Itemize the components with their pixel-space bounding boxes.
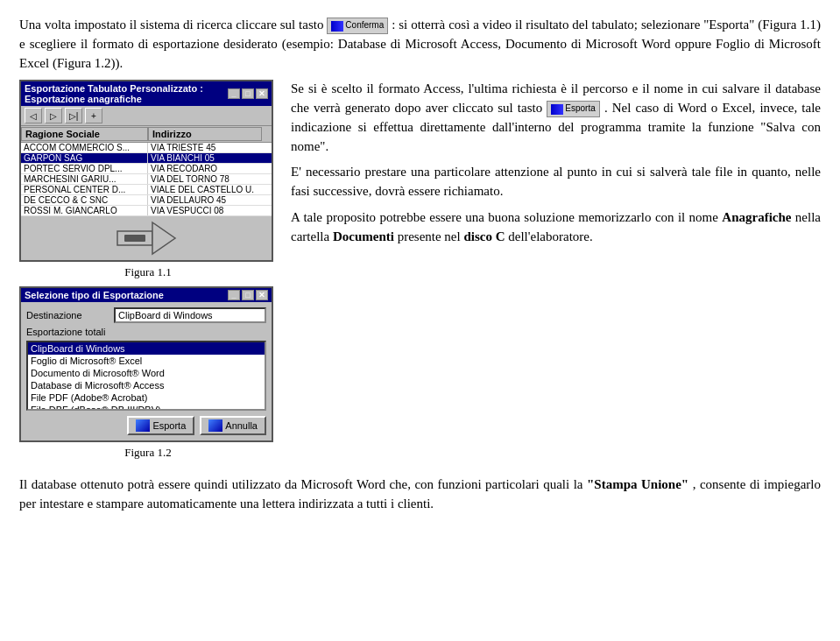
maximize-btn-2[interactable]: □ [242,290,254,300]
annulla-button[interactable]: Annulla [200,416,266,435]
figura-1-2-title: Selezione tipo di Esportazione [25,290,164,300]
cell-ragione-1: ACCOM COMMERCIO S... [21,143,148,152]
right-paragraph-2: E' necessario prestare una particolare a… [291,163,821,201]
minimize-btn-2[interactable]: _ [228,290,240,300]
figura-1-2-label: Figura 1.2 [19,446,277,460]
confirma-button-image: Conferma [327,18,388,34]
list-item[interactable]: Foglio di Microsoft® Excel [28,355,265,367]
table-row: MARCHESINI GARIU... VIA DEL TORNO 78 [21,174,272,185]
right-p3-text: A tale proposito potrebbe essere una buo… [291,210,718,224]
right-p3-text-e: presente nel [398,229,464,243]
table-row: DE CECCO & C SNC VIA DELLAURO 45 [21,195,272,206]
table-row: GARPON SAG VIA BIANCHI 05 [21,153,272,164]
list-item[interactable]: Database di Microsoft® Access [28,379,265,391]
annulla-icon [208,419,222,432]
intro-paragraph: Una volta impostato il sistema di ricerc… [19,16,821,73]
titlebar-controls: _ □ ✕ [228,88,268,99]
right-p2-text: E' necessario prestare una particolare a… [291,165,821,198]
close-btn[interactable]: ✕ [256,88,268,99]
cell-indirizzo-3: VIA RECODARO [148,164,262,173]
table-row: PORTEC SERVIO DPL... VIA RECODARO [21,164,272,174]
dest-label: Destinazione [26,310,114,320]
intro-text-before: Una volta impostato il sistema di ricerc… [19,18,323,32]
col2-header: Indirizzo [148,127,262,141]
exp-row: Esportazione totali [26,327,266,337]
figura-1-1-table: ACCOM COMMERCIO S... VIA TRIESTE 45 GARP… [21,143,272,216]
bottom-text-paragraph: Il database ottenuto potrà essere quindi… [19,475,821,514]
toolbar-btn-3[interactable]: ▷| [65,108,82,123]
confirma-icon [331,21,343,32]
esporta-btn-icon [551,104,563,115]
esporta-label: Esporta [152,420,186,431]
close-btn-2[interactable]: ✕ [256,290,268,300]
list-item[interactable]: Documento di Microsoft® Word [28,367,265,379]
esporta-button[interactable]: Esporta [127,416,194,435]
figura-1-2-body: Destinazione ClipBoard di Windows Esport… [21,302,272,440]
stampa-unione-close: " [681,477,688,491]
maximize-btn[interactable]: □ [242,88,254,99]
right-paragraph-3: A tale proposito potrebbe essere una buo… [291,208,821,247]
main-content: Esportazione Tabulato Personalizzato : E… [19,80,821,467]
dialog-buttons: Esporta Annulla [26,416,266,435]
bottom-paragraph: Il database ottenuto potrà essere quindi… [19,475,821,514]
cell-ragione-7: ROSSI M. GIANCARLO [21,206,148,215]
titlebar-controls-2: _ □ ✕ [228,290,268,300]
figura-1-1-container: Esportazione Tabulato Personalizzato : E… [19,80,277,279]
anagrafiche-label: Anagrafiche [722,210,791,224]
cell-indirizzo-4: VIA DEL TORNO 78 [148,174,262,184]
esporta-btn-label: Esporta [565,102,595,116]
right-column: Se si è scelto il formato Access, l'ulti… [291,80,821,467]
disco-c-label: disco C [463,229,505,243]
exp-label: Esportazione totali [26,327,114,337]
dest-dropdown[interactable]: ClipBoard di Windows [114,307,266,323]
documenti-label: Documenti [333,229,394,243]
left-column: Esportazione Tabulato Personalizzato : E… [19,80,291,467]
toolbar-btn-1[interactable]: ◁ [25,108,42,123]
cell-ragione-4: MARCHESINI GARIU... [21,174,148,184]
cell-ragione-5: PERSONAL CENTER D... [21,185,148,194]
svg-marker-1 [152,222,175,254]
figura-1-2-titlebar: Selezione tipo di Esportazione _ □ ✕ [21,288,272,302]
table-row: ACCOM COMMERCIO S... VIA TRIESTE 45 [21,143,272,153]
cell-ragione-2: GARPON SAG [21,153,148,163]
col1-header: Ragione Sociale [21,127,148,141]
figura-1-2-window: Selezione tipo di Esportazione _ □ ✕ Des… [19,286,273,442]
cell-indirizzo-5: VIALE DEL CASTELLO U. [148,185,262,194]
confirma-label: Conferma [345,19,384,32]
figura-1-2-container: Selezione tipo di Esportazione _ □ ✕ Des… [19,286,277,460]
figura-1-1-label: Figura 1.1 [19,265,277,279]
annulla-label: Annulla [225,420,258,431]
right-paragraph-1: Se si è scelto il formato Access, l'ulti… [291,80,821,156]
esporta-button-image: Esporta [547,101,599,117]
dest-row: Destinazione ClipBoard di Windows [26,307,266,323]
cell-indirizzo-7: VIA VESPUCCI 08 [148,206,262,215]
cell-indirizzo-6: VIA DELLAURO 45 [148,195,262,205]
svg-rect-2 [124,235,145,242]
cell-indirizzo-1: VIA TRIESTE 45 [148,143,262,152]
cell-ragione-3: PORTEC SERVIO DPL... [21,164,148,173]
list-item[interactable]: File DBF (dBase® DB III/DBV) [28,404,265,411]
cell-ragione-6: DE CECCO & C SNC [21,195,148,205]
bottom-text-1: Il database ottenuto potrà essere quindi… [19,477,583,491]
right-p3-text-g: dell'elaboratore. [508,229,592,243]
toolbar-btn-4[interactable]: + [85,108,102,123]
figura-1-1-toolbar: ◁ ▷ ▷| + [21,106,272,126]
toolbar-btn-2[interactable]: ▷ [45,108,62,123]
export-arrow-icon [116,219,177,257]
stampa-unione-text: Stampa Unione [594,477,681,491]
arrow-area [21,216,272,260]
figura-1-1-titlebar: Esportazione Tabulato Personalizzato : E… [21,81,272,106]
figura-1-1-header: Ragione Sociale Indirizzo [21,126,272,143]
figura-1-1-window: Esportazione Tabulato Personalizzato : E… [19,80,273,262]
table-row: PERSONAL CENTER D... VIALE DEL CASTELLO … [21,185,272,195]
minimize-btn[interactable]: _ [228,88,240,99]
list-item[interactable]: File PDF (Adobe® Acrobat) [28,391,265,404]
esporta-icon [136,419,150,432]
cell-indirizzo-2: VIA BIANCHI 05 [148,153,262,163]
figura-1-1-title: Esportazione Tabulato Personalizzato : E… [25,83,228,104]
table-row: ROSSI M. GIANCARLO VIA VESPUCCI 08 [21,206,272,216]
export-type-listbox[interactable]: ClipBoard di Windows Foglio di Microsoft… [26,341,266,411]
list-item[interactable]: ClipBoard di Windows [28,342,265,355]
